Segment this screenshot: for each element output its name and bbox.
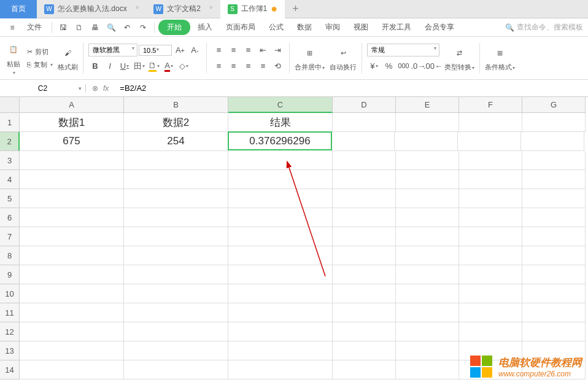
cell-D10[interactable] [333, 284, 396, 303]
menu-start[interactable]: 开始 [158, 20, 190, 35]
cell-D7[interactable] [333, 227, 396, 246]
cell-C5[interactable] [228, 189, 333, 208]
menu-formula[interactable]: 公式 [263, 20, 290, 35]
cell-G5[interactable] [522, 189, 586, 208]
italic-button[interactable]: I [103, 60, 117, 73]
cell-D3[interactable] [333, 151, 396, 170]
cell-A3[interactable] [20, 151, 124, 170]
row-header-5[interactable]: 5 [0, 189, 20, 208]
cell-F5[interactable] [459, 189, 522, 208]
cell-D13[interactable] [333, 341, 396, 360]
row-header-11[interactable]: 11 [0, 303, 20, 322]
cell-E3[interactable] [396, 151, 459, 170]
cell-B7[interactable] [124, 227, 228, 246]
cell-C1[interactable]: 结果 [228, 113, 333, 132]
cell-B12[interactable] [124, 322, 228, 341]
menu-insert[interactable]: 插入 [191, 20, 219, 35]
col-header-C[interactable]: C [228, 97, 333, 113]
cell-D9[interactable] [333, 265, 396, 284]
row-header-2[interactable]: 2 [0, 132, 20, 151]
cell-G6[interactable] [522, 208, 586, 227]
cell-B5[interactable] [124, 189, 228, 208]
cell-D2[interactable] [331, 132, 395, 151]
cell-F9[interactable] [459, 265, 522, 284]
cell-C8[interactable] [228, 246, 333, 265]
cell-A9[interactable] [20, 265, 124, 284]
cell-A6[interactable] [20, 208, 124, 227]
search-box[interactable]: 🔍 查找命令、搜索模板 [505, 22, 583, 33]
orientation-button[interactable]: ⟲ [271, 60, 284, 73]
currency-button[interactable]: ¥▾ [367, 59, 381, 72]
bold-button[interactable]: B [88, 60, 102, 73]
cell-G8[interactable] [522, 246, 586, 265]
align-center-button[interactable]: ≡ [226, 60, 240, 73]
cell-G12[interactable] [522, 322, 586, 341]
align-middle-button[interactable]: ≡ [226, 44, 240, 57]
cancel-icon[interactable]: ⊗ [92, 84, 98, 93]
cell-C9[interactable] [228, 265, 333, 284]
cell-C4[interactable] [228, 170, 333, 189]
cell-B9[interactable] [124, 265, 228, 284]
cell-D4[interactable] [333, 170, 396, 189]
cell-G11[interactable] [522, 303, 586, 322]
select-all-corner[interactable] [0, 97, 20, 113]
type-convert-button[interactable]: ⇄ 类型转换▾ [444, 44, 474, 72]
increase-indent-button[interactable]: ⇥ [271, 44, 284, 57]
col-header-F[interactable]: F [459, 97, 522, 113]
cell-B10[interactable] [124, 284, 228, 303]
cell-B8[interactable] [124, 246, 228, 265]
cell-A14[interactable] [20, 360, 124, 379]
cell-G7[interactable] [522, 227, 586, 246]
cell-A5[interactable] [20, 189, 124, 208]
menu-dev-tools[interactable]: 开发工具 [376, 20, 417, 35]
cell-D8[interactable] [333, 246, 396, 265]
cell-B1[interactable]: 数据2 [124, 113, 228, 132]
tab-doc-2[interactable]: S 工作簿1 ● [220, 0, 285, 18]
paste-button[interactable]: 📋 粘贴▾ [5, 41, 22, 76]
cell-D6[interactable] [333, 208, 396, 227]
cell-G10[interactable] [522, 284, 586, 303]
cell-F2[interactable] [458, 132, 521, 151]
row-header-3[interactable]: 3 [0, 151, 20, 170]
col-header-A[interactable]: A [20, 97, 124, 113]
align-bottom-button[interactable]: ≡ [241, 44, 255, 57]
col-header-B[interactable]: B [124, 97, 228, 113]
cell-C11[interactable] [228, 303, 333, 322]
cell-C13[interactable] [228, 341, 333, 360]
cell-F8[interactable] [459, 246, 522, 265]
cell-F6[interactable] [459, 208, 522, 227]
clear-format-button[interactable]: ◇▾ [177, 60, 190, 73]
thousands-button[interactable]: 000 [397, 59, 410, 72]
menu-member[interactable]: 会员专享 [419, 20, 460, 35]
cell-E5[interactable] [396, 189, 459, 208]
row-header-8[interactable]: 8 [0, 246, 20, 265]
col-header-E[interactable]: E [396, 97, 459, 113]
merge-center-button[interactable]: ⊞ 合并居中▾ [295, 44, 325, 72]
cell-E14[interactable] [396, 360, 459, 379]
col-header-D[interactable]: D [333, 97, 396, 113]
cell-E1[interactable] [396, 113, 459, 132]
cell-C10[interactable] [228, 284, 333, 303]
tab-doc-0[interactable]: W 怎么更换输入法.docx ° [37, 0, 146, 18]
cell-E10[interactable] [396, 284, 459, 303]
cell-F11[interactable] [459, 303, 522, 322]
cell-F3[interactable] [459, 151, 522, 170]
cell-C7[interactable] [228, 227, 333, 246]
cell-F12[interactable] [459, 322, 522, 341]
cell-F7[interactable] [459, 227, 522, 246]
cell-B2[interactable]: 254 [124, 132, 228, 151]
cell-C14[interactable] [228, 360, 333, 379]
tab-doc-1[interactable]: W 文字文稿2 ° [146, 0, 220, 18]
cell-B6[interactable] [124, 208, 228, 227]
cell-G1[interactable] [522, 113, 586, 132]
fx-icon[interactable]: fx [103, 84, 109, 93]
row-header-4[interactable]: 4 [0, 170, 20, 189]
cell-B11[interactable] [124, 303, 228, 322]
cell-C2[interactable]: 0.376296296 [228, 131, 332, 150]
row-header-13[interactable]: 13 [0, 341, 20, 360]
font-color-button[interactable]: A▾ [162, 60, 176, 73]
cell-B3[interactable] [124, 151, 228, 170]
cell-B13[interactable] [124, 341, 228, 360]
cell-A7[interactable] [20, 227, 124, 246]
border-button[interactable]: 田▾ [133, 60, 146, 73]
